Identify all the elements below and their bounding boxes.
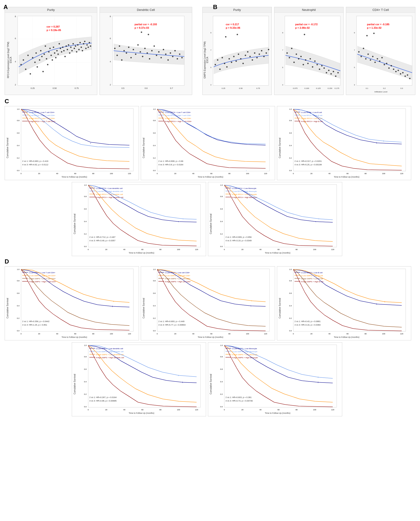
svg-text:40: 40 — [123, 409, 126, 411]
svg-point-93 — [144, 48, 146, 49]
svg-point-216 — [402, 72, 404, 73]
svg-point-208 — [384, 64, 385, 65]
svg-text:60: 60 — [142, 409, 143, 411]
svg-point-19 — [27, 55, 29, 56]
svg-text:0.8: 0.8 — [220, 196, 223, 197]
svg-text:60: 60 — [142, 249, 143, 250]
svg-text:7: 7 — [354, 49, 355, 51]
svg-point-143 — [259, 53, 260, 55]
svg-text:0.2: 0.2 — [84, 393, 87, 395]
svg-point-128 — [224, 63, 225, 64]
svg-point-98 — [156, 55, 157, 56]
svg-point-218 — [407, 74, 408, 76]
svg-point-38 — [54, 52, 55, 54]
svg-point-135 — [240, 58, 241, 60]
svg-text:0.4: 0.4 — [289, 305, 292, 307]
svg-point-162 — [286, 52, 288, 54]
svg-point-166 — [296, 53, 297, 55]
svg-text:80: 80 — [159, 409, 162, 411]
svg-text:1.0: 1.0 — [220, 184, 223, 186]
svg-text:Time to Follow-Up (months): Time to Follow-Up (months) — [129, 412, 154, 414]
svg-text:Time to Follow-Up (months): Time to Follow-Up (months) — [62, 176, 87, 178]
svg-text:60: 60 — [210, 333, 213, 335]
svg-text:100: 100 — [313, 409, 316, 411]
svg-text:0.4: 0.4 — [84, 381, 87, 383]
svg-point-59 — [78, 49, 80, 50]
svg-point-67 — [88, 46, 89, 48]
svg-point-61 — [81, 46, 82, 48]
svg-text:0.8: 0.8 — [153, 280, 156, 282]
svg-text:2 vs 1: HR=0.909, p = 0.856: 2 vs 1: HR=0.909, p = 0.856 — [225, 236, 252, 238]
svg-point-169 — [303, 64, 304, 65]
svg-text:2:Low GMPS + High T cell CD4+: 2:Low GMPS + High T cell CD4+ — [29, 275, 56, 277]
km-panel-D2: Cumulative Survival 0.0 0.2 0.4 0.6 0.8 … — [141, 266, 275, 340]
svg-text:4 vs 3: HR=4.62, p = 0.0112: 4 vs 3: HR=4.62, p = 0.0112 — [22, 164, 48, 166]
svg-text:120: 120 — [195, 249, 198, 250]
svg-text:0.8: 0.8 — [84, 356, 87, 358]
svg-text:0: 0 — [21, 173, 22, 174]
svg-text:0.4: 0.4 — [84, 220, 87, 223]
svg-point-84 — [123, 50, 125, 51]
scatter-panel-A-purity: Purity RFC4 Expression Level (log2 TPM) … — [5, 7, 97, 95]
svg-point-199 — [363, 48, 364, 49]
svg-point-88 — [133, 49, 134, 50]
svg-text:3:High GMPS + Low B cell: 3:High GMPS + Low B cell — [301, 278, 323, 280]
svg-text:0.6: 0.6 — [289, 132, 292, 134]
svg-text:0.2: 0.2 — [289, 157, 292, 159]
svg-text:0.4: 0.4 — [289, 144, 292, 147]
svg-text:120: 120 — [264, 173, 267, 174]
svg-point-124 — [215, 64, 216, 65]
km-panel-D3: Cumulative Survival 0.0 0.2 0.4 0.6 0.8 … — [277, 266, 411, 340]
svg-text:20: 20 — [310, 173, 313, 174]
svg-text:Time to Follow-Up (months): Time to Follow-Up (months) — [265, 412, 291, 414]
svg-text:4:High GMPS + High T cell CD4+: 4:High GMPS + High T cell CD4+ — [29, 281, 56, 283]
svg-text:80: 80 — [159, 249, 162, 250]
svg-text:5: 5 — [354, 67, 355, 68]
svg-text:80: 80 — [296, 409, 298, 411]
svg-text:0.6: 0.6 — [145, 87, 148, 89]
svg-point-108 — [179, 53, 180, 55]
svg-text:2 vs 1: HR=0.43, p = 0.0881: 2 vs 1: HR=0.43, p = 0.0881 — [294, 320, 321, 323]
svg-point-125 — [217, 59, 218, 61]
section-label-B: B — [213, 3, 218, 11]
svg-point-90 — [137, 44, 139, 46]
svg-text:4 vs 3: HR=4.73, p = 0.00746: 4 vs 3: HR=4.73, p = 0.00746 — [225, 400, 253, 402]
svg-text:0.8: 0.8 — [289, 280, 292, 282]
km-panel-D5: Cumulative Survival 0.0 0.2 0.4 0.6 0.8 … — [208, 342, 342, 416]
svg-text:0.0: 0.0 — [84, 406, 87, 408]
panel-title-B-cd4t: CD4+ T Cell — [346, 7, 415, 13]
svg-text:9: 9 — [354, 32, 355, 34]
svg-point-203 — [372, 56, 374, 57]
svg-text:0.4: 0.4 — [17, 305, 20, 307]
svg-point-220 — [373, 33, 375, 34]
svg-text:6: 6 — [15, 37, 16, 40]
svg-text:60: 60 — [347, 173, 349, 174]
svg-point-60 — [79, 42, 81, 43]
svg-text:0.6: 0.6 — [289, 292, 292, 294]
svg-text:1:Low GMPS + Low cell CD8+: 1:Low GMPS + Low cell CD8+ — [165, 272, 190, 274]
svg-text:Time to Follow-Up (months): Time to Follow-Up (months) — [198, 336, 224, 338]
svg-point-210 — [388, 67, 390, 69]
svg-text:0.0: 0.0 — [289, 330, 292, 332]
svg-point-168 — [300, 56, 302, 57]
svg-point-48 — [66, 45, 67, 47]
panel-title-A-purity: Purity — [5, 7, 97, 13]
svg-text:3: 3 — [210, 84, 212, 86]
svg-text:0.0: 0.0 — [289, 169, 292, 172]
svg-point-182 — [333, 71, 334, 72]
svg-text:60: 60 — [210, 173, 213, 174]
svg-text:0.100: 0.100 — [304, 87, 309, 89]
svg-point-130 — [229, 58, 230, 60]
svg-text:100: 100 — [177, 409, 180, 411]
svg-text:1.0: 1.0 — [289, 268, 292, 271]
svg-point-219 — [409, 78, 411, 79]
svg-text:0.25: 0.25 — [30, 87, 35, 89]
svg-text:0.2: 0.2 — [220, 233, 223, 235]
svg-text:4:High GMPS + High cell CD8+: 4:High GMPS + High cell CD8+ — [165, 281, 191, 283]
svg-point-94 — [147, 52, 148, 54]
svg-text:0.0: 0.0 — [220, 406, 223, 408]
svg-text:4: 4 — [110, 60, 111, 63]
svg-text:2:Low GMPS + High Monocyte: 2:Low GMPS + High Monocyte — [232, 351, 257, 353]
svg-point-25 — [39, 59, 40, 61]
svg-text:Cumulative Survival: Cumulative Survival — [278, 298, 281, 318]
